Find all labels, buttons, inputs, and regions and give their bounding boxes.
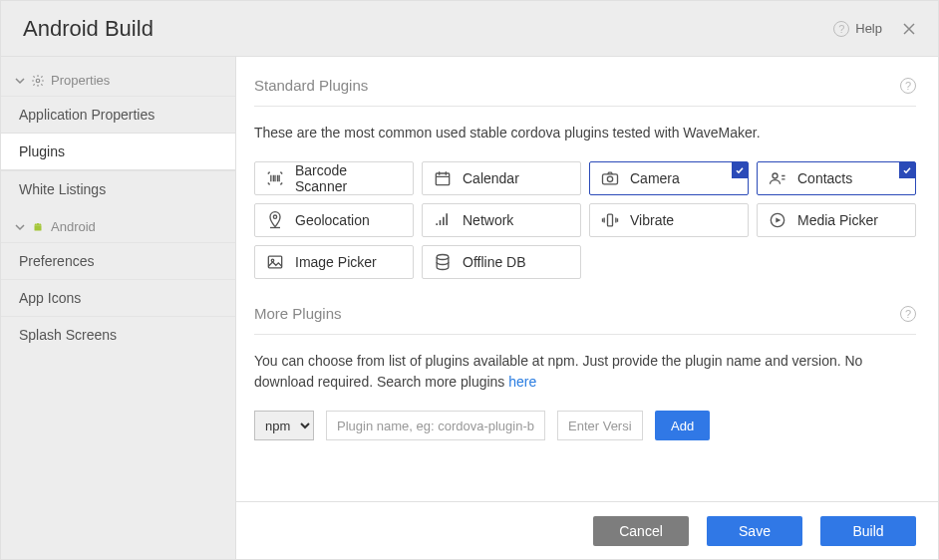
svg-point-4 — [36, 223, 37, 224]
standard-plugins-title: Standard Plugins — [254, 77, 368, 94]
plugin-card-barcode-scanner[interactable]: Barcode Scanner — [254, 161, 414, 195]
plugin-card-label: Geolocation — [295, 212, 370, 228]
plugin-card-geolocation[interactable]: Geolocation — [254, 203, 414, 237]
barcode-icon — [265, 168, 285, 188]
calendar-icon — [433, 168, 453, 188]
camera-icon — [600, 168, 620, 188]
main-scroll: Standard Plugins ? These are the most co… — [236, 57, 938, 501]
svg-rect-7 — [603, 174, 618, 184]
geolocation-icon — [265, 210, 285, 230]
check-icon — [899, 162, 915, 178]
offline-db-icon — [433, 252, 453, 272]
sidebar-group-android[interactable]: Android — [1, 211, 235, 242]
more-plugins-help-icon[interactable]: ? — [900, 306, 916, 322]
dialog-footer: Cancel Save Build — [236, 501, 938, 559]
svg-point-2 — [36, 79, 40, 83]
plugin-card-label: Vibrate — [630, 212, 674, 228]
plugin-card-contacts[interactable]: Contacts — [757, 161, 916, 195]
plugin-grid: Barcode ScannerCalendarCameraContactsGeo… — [254, 161, 916, 279]
more-plugins-desc-text: You can choose from list of plugins avai… — [254, 353, 862, 390]
sidebar-item-app-icons[interactable]: App Icons — [1, 279, 235, 316]
add-plugin-button[interactable]: Add — [655, 411, 710, 440]
plugin-card-label: Calendar — [463, 170, 519, 186]
plugin-card-label: Network — [463, 212, 513, 228]
cancel-button[interactable]: Cancel — [593, 516, 689, 546]
main-panel: Standard Plugins ? These are the most co… — [236, 57, 938, 559]
build-button[interactable]: Build — [820, 516, 916, 546]
more-plugins-desc: You can choose from list of plugins avai… — [254, 351, 916, 393]
plugin-source-select[interactable]: npm — [254, 411, 314, 440]
help-label: Help — [855, 21, 882, 36]
standard-plugins-help-icon[interactable]: ? — [900, 78, 916, 94]
contacts-icon — [768, 168, 787, 188]
standard-plugins-desc: These are the most common used stable co… — [254, 123, 916, 143]
sidebar: Properties Application Properties Plugin… — [1, 57, 236, 559]
sidebar-group-label: Properties — [51, 73, 110, 88]
help-icon: ? — [833, 21, 849, 37]
more-plugins-header: More Plugins ? — [254, 305, 916, 335]
svg-rect-6 — [436, 173, 449, 185]
plugin-card-label: Offline DB — [463, 254, 526, 270]
dialog-window: Android Build ? Help — [0, 0, 939, 560]
more-plugins-row: npm Add — [254, 411, 916, 440]
plugin-card-network[interactable]: Network — [422, 203, 581, 237]
plugin-card-label: Image Picker — [295, 254, 377, 270]
more-plugins-link[interactable]: here — [508, 374, 536, 390]
plugin-card-offline-db[interactable]: Offline DB — [422, 245, 581, 279]
svg-rect-13 — [268, 256, 281, 268]
chevron-down-icon — [15, 222, 25, 232]
chevron-down-icon — [15, 76, 25, 86]
android-icon — [31, 220, 45, 234]
titlebar-actions: ? Help — [833, 20, 920, 38]
svg-point-8 — [607, 176, 612, 181]
svg-point-15 — [437, 255, 449, 260]
sidebar-group-label: Android — [51, 219, 96, 234]
dialog-body: Properties Application Properties Plugin… — [1, 57, 938, 559]
help-button[interactable]: ? Help — [833, 21, 882, 37]
image-picker-icon — [265, 252, 285, 272]
sidebar-item-white-listings[interactable]: White Listings — [1, 170, 235, 207]
sidebar-item-plugins[interactable]: Plugins — [1, 133, 235, 170]
more-plugins-title: More Plugins — [254, 305, 342, 322]
plugin-card-camera[interactable]: Camera — [589, 161, 749, 195]
plugin-card-media-picker[interactable]: Media Picker — [757, 203, 916, 237]
save-button[interactable]: Save — [707, 516, 802, 546]
network-icon — [433, 210, 453, 230]
svg-point-5 — [39, 223, 40, 224]
window-title: Android Build — [23, 16, 154, 42]
plugin-card-image-picker[interactable]: Image Picker — [254, 245, 414, 279]
standard-plugins-header: Standard Plugins ? — [254, 77, 916, 107]
plugin-card-label: Barcode Scanner — [295, 162, 403, 194]
plugin-card-label: Camera — [630, 170, 680, 186]
media-picker-icon — [768, 210, 787, 230]
sidebar-item-preferences[interactable]: Preferences — [1, 242, 235, 279]
sidebar-item-splash-screens[interactable]: Splash Screens — [1, 316, 235, 353]
plugin-card-label: Contacts — [797, 170, 852, 186]
close-button[interactable] — [898, 20, 920, 38]
check-icon — [732, 162, 748, 178]
sidebar-item-application-properties[interactable]: Application Properties — [1, 96, 235, 133]
svg-point-10 — [273, 215, 276, 218]
vibrate-icon — [600, 210, 620, 230]
plugin-card-calendar[interactable]: Calendar — [422, 161, 581, 195]
svg-rect-11 — [608, 214, 613, 226]
titlebar: Android Build ? Help — [1, 1, 938, 57]
plugin-name-input[interactable] — [326, 411, 545, 440]
plugin-version-input[interactable] — [557, 411, 643, 440]
plugin-card-vibrate[interactable]: Vibrate — [589, 203, 749, 237]
svg-point-9 — [773, 173, 778, 178]
gear-icon — [31, 74, 45, 88]
plugin-card-label: Media Picker — [797, 212, 878, 228]
sidebar-group-properties[interactable]: Properties — [1, 65, 235, 96]
close-icon — [902, 22, 916, 36]
svg-rect-3 — [35, 225, 42, 230]
